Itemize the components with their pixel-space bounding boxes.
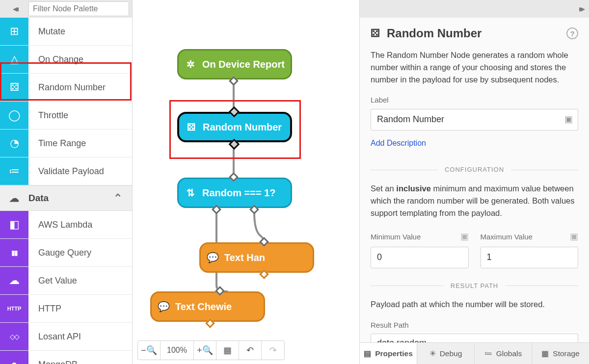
tab-label: Properties [375, 349, 413, 358]
node-text-han[interactable]: 💬 Text Han [199, 242, 314, 273]
palette-item-on-change[interactable]: △ On Change [0, 46, 132, 74]
palette-item-time-range[interactable]: ◔ Time Range [0, 130, 132, 157]
aws-lambda-icon: ◧ [0, 211, 28, 238]
http-icon: HTTP [0, 295, 28, 322]
node-label: Text Chewie [175, 301, 232, 312]
max-value-input[interactable]: 1 [481, 247, 579, 268]
throttle-icon: ◯ [0, 102, 28, 129]
add-description-link[interactable]: Add Description [371, 137, 426, 149]
node-random-equals-one[interactable]: ⇅ Random === 1? [177, 178, 292, 208]
palette-item-throttle[interactable]: ◯ Throttle [0, 102, 132, 130]
palette-item-label: Throttle [28, 110, 68, 121]
palette-item-aws-lambda[interactable]: ◧ AWS Lambda [0, 211, 132, 239]
sms-icon: 💬 [152, 301, 175, 312]
palette-item-mutate[interactable]: ⊞ Mutate [0, 18, 132, 46]
node-label: Text Han [224, 252, 265, 263]
palette-item-random-number[interactable]: ⚄ Random Number [0, 74, 132, 102]
redo-button[interactable]: ↷ [262, 341, 284, 360]
palette-item-label: Get Value [28, 276, 77, 286]
mutate-icon: ⊞ [0, 18, 28, 45]
random-number-node-icon: ⚄ [179, 121, 203, 133]
node-label: Random === 1? [202, 187, 276, 199]
palette-item-label: Losant API [28, 332, 81, 342]
tab-globals[interactable]: ≔ Globals [475, 343, 532, 364]
palette-item-get-value[interactable]: ☁ Get Value [0, 267, 132, 295]
cloud-icon: ☁ [0, 192, 28, 204]
result-help-text: Payload path at which the number will be… [371, 298, 578, 311]
node-text-chewie[interactable]: 💬 Text Chewie [150, 291, 265, 322]
palette-item-label: AWS Lambda [28, 220, 92, 230]
palette-item-validate-payload[interactable]: ≔ Validate Payload [0, 157, 132, 185]
random-number-icon: ⚄ [371, 27, 380, 40]
node-description: The Random Number Node generates a rando… [371, 49, 578, 86]
random-number-icon: ⚄ [0, 74, 28, 101]
tab-storage[interactable]: ▦ Storage [532, 343, 589, 364]
template-hint-icon: ▣ [570, 230, 578, 243]
tab-label: Globals [496, 349, 522, 358]
palette-item-label: Mutate [28, 26, 65, 37]
tab-label: Storage [553, 349, 579, 358]
panel-tabs: ▤ Properties ✳ Debug ≔ Globals ▦ Storage [360, 342, 589, 364]
debug-tab-icon: ✳ [429, 349, 436, 358]
properties-tab-icon: ▤ [364, 349, 371, 358]
palette-item-label: Validate Payload [28, 166, 104, 177]
palette-item-label: On Change [28, 54, 83, 65]
losant-api-icon: ◇◇ [0, 323, 28, 350]
tab-debug[interactable]: ✳ Debug [417, 343, 475, 364]
palette-item-label: HTTP [28, 304, 61, 314]
collapse-palette-button[interactable]: ◂◂ [0, 0, 28, 18]
trigger-icon: ✲ [179, 58, 202, 70]
get-value-icon: ☁ [0, 267, 28, 294]
panel-title-row: ⚄ Random Number ? [360, 18, 589, 47]
tab-properties[interactable]: ▤ Properties [360, 343, 417, 364]
gauge-query-icon: ▮▮ [0, 239, 28, 266]
time-range-icon: ◔ [0, 130, 28, 157]
undo-button[interactable]: ↶ [239, 341, 262, 360]
template-hint-icon: ▣ [460, 230, 469, 243]
globals-tab-icon: ≔ [484, 349, 492, 358]
node-on-device-report[interactable]: ✲ On Device Report [177, 49, 292, 79]
section-configuration: CONFIGURATION [371, 165, 578, 175]
palette-category-label: Data [28, 193, 49, 204]
palette-item-label: Random Number [28, 82, 106, 93]
storage-tab-icon: ▦ [541, 349, 549, 358]
workflow-canvas[interactable]: ✲ On Device Report ⚄ Random Number ⇅ Ran… [133, 0, 359, 364]
max-value-label: Maximum Value▣ [481, 230, 579, 243]
palette-item-gauge-query[interactable]: ▮▮ Gauge Query [0, 239, 132, 267]
sms-icon: 💬 [201, 252, 224, 263]
palette-topbar: ◂◂ [0, 0, 132, 18]
palette-item-label: Gauge Query [28, 248, 91, 258]
palette-item-http[interactable]: HTTP HTTP [0, 295, 132, 323]
palette-item-label: Time Range [28, 138, 86, 149]
zoom-level: 100% [161, 341, 194, 360]
configuration-help-text: Set an inclusive minimum and maximum val… [371, 182, 578, 219]
palette-item-label: MongoDB [28, 360, 78, 364]
zoom-toolbar: −🔍 100% +🔍 ▦ ↶ ↷ [137, 340, 285, 360]
properties-panel: ▸▸ ⚄ Random Number ? The Random Number N… [359, 0, 589, 364]
node-palette: ◂◂ ⊞ Mutate △ On Change ⚄ Random Number … [0, 0, 133, 364]
conditional-icon: ⇅ [179, 187, 202, 199]
help-button[interactable]: ? [566, 27, 578, 39]
node-label: On Device Report [202, 59, 285, 70]
node-label: Random Number [203, 122, 282, 133]
grid-toggle-button[interactable]: ▦ [216, 341, 239, 360]
palette-item-losant-api[interactable]: ◇◇ Losant API [0, 323, 132, 351]
palette-item-mongodb[interactable]: ● MongoDB [0, 351, 132, 364]
min-value-label: Minimum Value▣ [371, 230, 469, 243]
on-change-icon: △ [0, 46, 28, 73]
panel-title: Random Number [387, 26, 482, 40]
expand-panel-button[interactable]: ▸▸ [360, 0, 589, 18]
palette-category-data[interactable]: ☁ Data ⌃ [0, 185, 132, 211]
zoom-in-button[interactable]: +🔍 [194, 341, 216, 360]
section-result-path: RESULT PATH [371, 281, 578, 291]
result-path-label: Result Path [371, 320, 578, 331]
min-value-input[interactable]: 0 [371, 247, 469, 268]
palette-filter-input[interactable] [28, 1, 129, 16]
chevron-up-icon: ⌃ [113, 192, 122, 205]
badge-icon: ▣ [564, 113, 573, 126]
zoom-out-button[interactable]: −🔍 [138, 341, 161, 360]
label-field-label: Label [371, 95, 578, 106]
label-input[interactable]: Random Number ▣ [371, 109, 578, 130]
mongodb-icon: ● [0, 351, 28, 364]
tab-label: Debug [440, 349, 462, 358]
